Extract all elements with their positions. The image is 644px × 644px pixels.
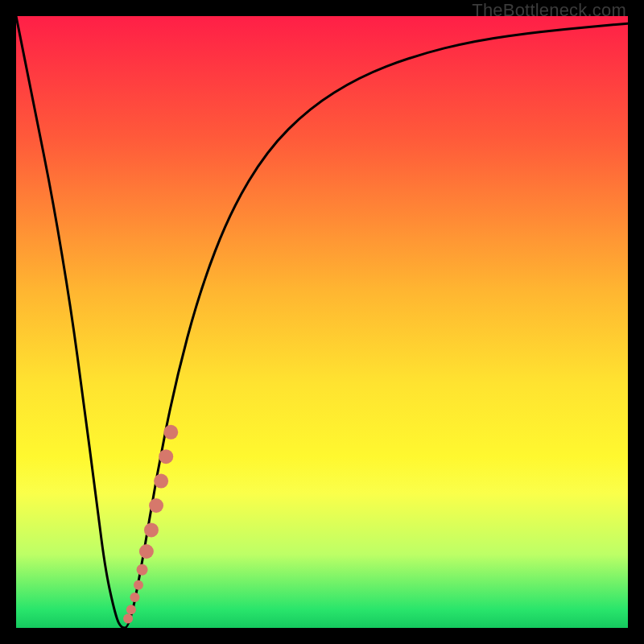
overlay-dot (154, 474, 168, 489)
overlay-dot (159, 449, 173, 464)
watermark-text: TheBottleneck.com (472, 0, 626, 21)
overlay-dot (123, 614, 133, 624)
overlay-dot (126, 605, 136, 614)
overlay-dot (144, 522, 159, 537)
overlay-dot (139, 544, 154, 559)
plot-area (16, 16, 628, 628)
overlay-dot (163, 425, 178, 440)
chart-canvas (16, 16, 628, 628)
chart-frame: TheBottleneck.com (0, 0, 644, 644)
gradient-background (16, 16, 628, 628)
overlay-dot (137, 564, 148, 576)
overlay-dot (130, 592, 139, 602)
overlay-dot (149, 498, 163, 513)
overlay-dot (134, 580, 143, 590)
